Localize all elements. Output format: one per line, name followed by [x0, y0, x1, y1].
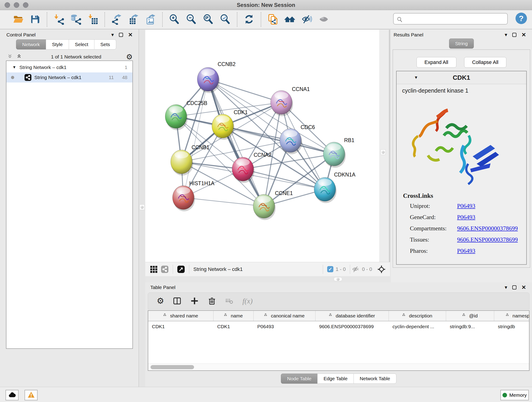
export-image-button[interactable]	[142, 12, 159, 27]
clone-network-button[interactable]	[264, 12, 281, 27]
right-splitter[interactable]	[379, 30, 390, 262]
delete-column-icon[interactable]	[208, 297, 216, 305]
crosslink-link[interactable]: P06493	[457, 203, 475, 210]
create-column-icon[interactable]	[190, 297, 199, 305]
first-neighbors-button[interactable]	[281, 12, 298, 27]
node-table[interactable]: shared namenamecanonical namedatabase id…	[148, 310, 530, 371]
table-data-row[interactable]: CDK1CDK1P064939606.ENSP00000378699cyclin…	[148, 321, 529, 332]
cloud-status-button[interactable]	[6, 390, 19, 400]
export-table-button[interactable]	[125, 12, 142, 27]
crosslink-link[interactable]: 9606.ENSP00000378699	[457, 236, 518, 243]
tab-node-table[interactable]: Node Table	[281, 374, 317, 384]
node-RB1[interactable]: RB1	[323, 137, 355, 168]
table-settings-gear-icon[interactable]: ⚙	[157, 297, 164, 305]
window-controls[interactable]	[5, 2, 28, 8]
zoom-fit-button[interactable]	[200, 12, 217, 27]
birdseye-grid-icon[interactable]	[150, 265, 158, 273]
table-cell[interactable]: cyclin-dependent ...	[389, 324, 446, 329]
protein-card-header[interactable]: ▼ CDK1	[397, 71, 526, 84]
table-cell[interactable]: 9606.ENSP00000378699	[316, 324, 389, 329]
tab-sets[interactable]: Sets	[94, 39, 116, 50]
external-link-icon[interactable]	[177, 265, 185, 273]
zoom-out-button[interactable]	[183, 12, 200, 27]
network-row[interactable]: String Network – cdk1 11 48	[6, 72, 133, 83]
show-all-button[interactable]	[315, 12, 332, 27]
refresh-layout-button[interactable]	[241, 12, 258, 27]
horizontal-splitter-handle[interactable]	[334, 277, 342, 281]
table-cell[interactable]: stringdb	[494, 324, 530, 329]
save-session-button[interactable]	[27, 12, 44, 27]
import-network-button[interactable]	[51, 12, 67, 27]
results-menu-icon[interactable]: ▾	[505, 32, 507, 37]
table-header-row[interactable]: shared namenamecanonical namedatabase id…	[148, 311, 529, 321]
edge-CCNB2-CCNE1[interactable]	[208, 79, 264, 206]
column-header-description[interactable]: description	[389, 311, 446, 321]
search-box[interactable]	[393, 13, 508, 25]
node-HIST1H1A[interactable]: HIST1H1A	[172, 180, 215, 211]
tab-network-table[interactable]: Network Table	[354, 374, 396, 384]
results-float-icon[interactable]	[512, 33, 516, 37]
protein-expander-icon[interactable]: ▼	[414, 75, 418, 80]
crosslink-link[interactable]: P06493	[457, 214, 475, 221]
table-float-icon[interactable]	[512, 285, 516, 289]
horizontal-splitter[interactable]	[145, 276, 390, 282]
table-hscrollbar-thumb[interactable]	[151, 365, 194, 369]
crosslink-link[interactable]: P06493	[457, 248, 475, 254]
column-header-name[interactable]: name	[214, 311, 254, 321]
table-cell[interactable]: P06493	[254, 324, 316, 329]
memory-button[interactable]: Memory	[500, 390, 529, 400]
panel-menu-icon[interactable]: ▾	[111, 32, 114, 37]
network-collection-row[interactable]: ▼ String Network – cdk1 1	[6, 62, 133, 72]
column-header-canonical-name[interactable]: canonical name	[254, 311, 316, 321]
zoom-window-icon[interactable]	[23, 2, 28, 8]
zoom-in-button[interactable]	[166, 12, 183, 27]
help-button[interactable]: ?	[515, 13, 527, 24]
network-canvas[interactable]: CCNB2CCNA1CDC25BCDK1CDC6RB1CCNB1CCNA2CDK…	[145, 30, 379, 262]
left-splitter-handle[interactable]	[139, 204, 145, 210]
import-table-button[interactable]	[84, 12, 101, 27]
column-header-shared-name[interactable]: shared name	[148, 311, 214, 321]
node-CCNB2[interactable]: CCNB2	[197, 61, 235, 93]
column-header-database-identifier[interactable]: database identifier	[316, 311, 389, 321]
column-header-@id[interactable]: @id	[446, 311, 494, 321]
tab-string[interactable]: String	[449, 38, 474, 49]
tab-edge-table[interactable]: Edge Table	[317, 374, 354, 384]
table-cell[interactable]: CDK1	[214, 324, 254, 329]
crosslink-link[interactable]: 9606.ENSP00000378699	[457, 225, 518, 232]
minimize-window-icon[interactable]	[14, 2, 19, 8]
expand-all-icon[interactable]	[17, 53, 24, 60]
column-header-namespace[interactable]: namespace	[494, 311, 530, 321]
expand-all-button[interactable]: Expand All	[417, 57, 456, 68]
edge-HIST1H1A-CCNE1[interactable]	[183, 198, 264, 206]
close-window-icon[interactable]	[5, 2, 10, 8]
collection-expander-icon[interactable]: ▼	[12, 65, 16, 70]
table-close-icon[interactable]: ✕	[521, 285, 526, 290]
network-graph[interactable]: CCNB2CCNA1CDC25BCDK1CDC6RB1CCNB1CCNA2CDK…	[145, 30, 379, 262]
fit-selected-crosshair-icon[interactable]	[378, 265, 385, 273]
network-options-gear-icon[interactable]: ⚙	[126, 53, 133, 61]
table-cell[interactable]: stringdb:9...	[446, 324, 494, 329]
node-CDK1[interactable]: CDK1	[212, 109, 248, 140]
table-menu-icon[interactable]: ▾	[505, 285, 507, 290]
table-hscrollbar[interactable]	[148, 364, 529, 370]
open-session-button[interactable]	[10, 12, 27, 27]
node-CCNA1[interactable]: CCNA1	[271, 86, 310, 116]
export-network-button[interactable]	[108, 12, 125, 27]
network-share-icon[interactable]	[161, 265, 169, 273]
tab-select[interactable]: Select	[69, 39, 94, 50]
selected-nodes-checkbox[interactable]: ✓	[327, 266, 333, 272]
results-close-icon[interactable]: ✕	[521, 32, 526, 38]
node-CDKN1A[interactable]: CDKN1A	[314, 172, 355, 203]
show-columns-icon[interactable]	[173, 297, 181, 305]
left-splitter[interactable]	[139, 29, 145, 387]
right-splitter-handle[interactable]	[380, 149, 386, 155]
panel-close-icon[interactable]: ✕	[128, 32, 133, 38]
edge-CDC6-CCNB1[interactable]	[181, 140, 291, 162]
table-cell[interactable]: CDK1	[148, 324, 214, 329]
collapse-all-icon[interactable]	[8, 53, 15, 60]
hide-selected-button[interactable]	[298, 12, 315, 27]
warnings-button[interactable]	[25, 390, 38, 400]
collapse-all-button[interactable]: Collapse All	[464, 57, 507, 68]
tab-style[interactable]: Style	[46, 39, 69, 50]
zoom-selected-button[interactable]	[217, 12, 234, 27]
